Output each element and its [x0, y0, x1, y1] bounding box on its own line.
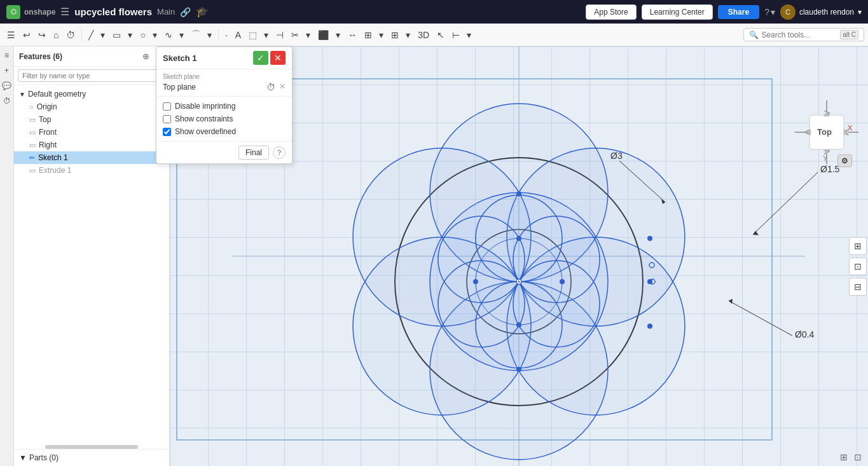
toolbar-arc[interactable]: ⌒	[188, 27, 203, 43]
tree-item-right[interactable]: ▭ Right	[14, 139, 169, 151]
toolbar-trim[interactable]: ✂	[288, 28, 302, 42]
toolbar-constraints[interactable]: ⊣	[273, 28, 287, 42]
svg-text:Ø0.4: Ø0.4	[795, 329, 815, 339]
sketch-plane-clear-icon[interactable]: ✕	[279, 82, 286, 92]
toolbar-snap[interactable]: ⊞	[388, 28, 402, 42]
toolbar-measure-group[interactable]: ⊢ ▾	[449, 28, 474, 42]
front-plane-icon: ▭	[29, 128, 36, 137]
top-label: Top	[39, 115, 51, 124]
app-store-button[interactable]: App Store	[586, 4, 636, 20]
toolbar-measure[interactable]: ⊢	[449, 28, 463, 42]
view-cube-settings[interactable]: ⚙	[837, 154, 852, 167]
share-button[interactable]: Share	[718, 5, 759, 19]
toolbar-pattern-dropdown[interactable]: ▾	[376, 28, 387, 42]
toolbar-line[interactable]: ╱	[85, 28, 97, 42]
learning-center-button[interactable]: Learning Center	[642, 4, 713, 20]
rp-icon-3[interactable]: ⊟	[849, 278, 867, 296]
show-overdefined-option[interactable]: Show overdefined	[163, 127, 286, 136]
show-overdefined-checkbox[interactable]	[163, 128, 171, 136]
show-constraints-option[interactable]: Show constraints	[163, 114, 286, 123]
help-button[interactable]: ? ▾	[764, 7, 775, 17]
disable-imprinting-checkbox[interactable]	[163, 102, 171, 111]
view-left-arrow[interactable]	[806, 129, 811, 135]
toolbar-text[interactable]: A	[232, 28, 244, 42]
default-geometry-section[interactable]: ▼ Default geometry	[14, 88, 169, 100]
toolbar-arc-dropdown[interactable]: ▾	[204, 28, 215, 42]
left-icon-comment[interactable]: 💬	[0, 79, 13, 92]
toolbar-home[interactable]: ⌂	[50, 28, 62, 42]
toolbar-redo[interactable]: ↪	[35, 28, 49, 42]
rp-icon-2[interactable]: ⊡	[849, 257, 867, 275]
view-cube[interactable]: Y X Top ⚙	[792, 97, 855, 161]
sketch-plane-section: Sketch plane Top plane ⏱ ✕	[156, 69, 292, 97]
tree-item-origin[interactable]: ○ Origin	[14, 100, 169, 113]
toolbar-undo[interactable]: ↩	[20, 28, 34, 42]
toolbar-line-dropdown[interactable]: ▾	[97, 28, 108, 42]
left-icon-features[interactable]: ≡	[3, 49, 11, 62]
tree-item-extrude1[interactable]: ▭ Extrude 1	[14, 164, 169, 177]
view-down-arrow[interactable]	[823, 149, 830, 154]
toolbar-mirror[interactable]: ⬛	[315, 28, 332, 42]
toolbar-select[interactable]: ↖	[434, 28, 448, 42]
right-panel-icons: ⊞ ⊡ ⊟	[849, 237, 867, 296]
toolbar-point[interactable]: ·	[222, 28, 231, 42]
toolbar-circle[interactable]: ○	[137, 28, 148, 42]
bottom-icon-2[interactable]: ⊡	[854, 452, 862, 462]
toolbar-rect-dropdown[interactable]: ▾	[125, 28, 135, 42]
toolbar-measure-dropdown[interactable]: ▾	[464, 28, 474, 42]
link-icon[interactable]: 🔗	[180, 7, 191, 17]
toolbar-line-group[interactable]: ╱ ▾	[85, 28, 108, 42]
toolbar-pattern[interactable]: ⊞	[361, 28, 375, 42]
disable-imprinting-option[interactable]: Disable imprinting	[163, 102, 286, 111]
filter-input[interactable]	[18, 69, 165, 82]
toolbar-mirror-group[interactable]: ⬛ ▾	[315, 28, 343, 42]
sketch-help-button[interactable]: ?	[273, 146, 286, 159]
toolbar-trim-group[interactable]: ✂ ▾	[288, 28, 313, 42]
view-up-arrow[interactable]	[823, 111, 830, 116]
toolbar-rect-group[interactable]: ▭ ▾	[109, 28, 135, 42]
toolbar-transform[interactable]: ⬚	[245, 28, 260, 42]
user-menu[interactable]: C claudeth rendon ▾	[780, 4, 862, 20]
parts-title[interactable]: ▼ Parts (0)	[19, 453, 164, 462]
tree-item-sketch1[interactable]: ✏ Sketch 1	[14, 151, 169, 164]
tree-item-top[interactable]: ▭ Top	[14, 113, 169, 126]
left-icon-add[interactable]: +	[3, 64, 11, 77]
toolbar-circle-dropdown[interactable]: ▾	[149, 28, 160, 42]
toolbar-3d[interactable]: 3D	[415, 28, 432, 42]
left-icon-history[interactable]: ⏱	[1, 95, 13, 107]
toolbar-dimension[interactable]: ↔	[345, 28, 360, 42]
toolbar-spline-group[interactable]: ∿ ▾	[162, 28, 187, 42]
toolbar-search[interactable]: 🔍 alt C	[743, 28, 864, 41]
toolbar-snap-dropdown[interactable]: ▾	[403, 28, 413, 42]
toolbar-transform-group[interactable]: ⬚ ▾	[245, 28, 272, 42]
toolbar-spline-dropdown[interactable]: ▾	[176, 28, 187, 42]
tree-item-front[interactable]: ▭ Front	[14, 126, 169, 139]
parts-section: ▼ Parts (0)	[14, 449, 169, 466]
rp-icon-1[interactable]: ⊞	[849, 237, 867, 255]
sketch-confirm-button[interactable]: ✓	[253, 51, 268, 65]
svg-text:X: X	[848, 124, 853, 132]
hamburger-menu[interactable]: ☰	[60, 6, 69, 18]
toolbar-snap-group[interactable]: ⊞ ▾	[388, 28, 413, 42]
toolbar-pattern-group[interactable]: ⊞ ▾	[361, 28, 387, 42]
sketch-close-button[interactable]: ✕	[270, 51, 286, 65]
toolbar-spline[interactable]: ∿	[162, 28, 176, 42]
toolbar-arc-group[interactable]: ⌒ ▾	[188, 27, 215, 43]
sketch-final-button[interactable]: Final	[238, 146, 269, 160]
sidebar-add-icon[interactable]: ⊕	[141, 50, 151, 62]
toolbar-menu-btn[interactable]: ☰	[4, 28, 18, 42]
svg-point-29	[647, 324, 652, 329]
show-constraints-checkbox[interactable]	[163, 115, 171, 123]
toolbar-circle-group[interactable]: ○ ▾	[137, 28, 160, 42]
learning-icon[interactable]: 🎓	[196, 6, 209, 18]
toolbar-history[interactable]: ⏱	[63, 28, 78, 42]
toolbar-mirror-dropdown[interactable]: ▾	[333, 28, 343, 42]
toolbar-transform-dropdown[interactable]: ▾	[261, 28, 272, 42]
bottom-icon-1[interactable]: ⊞	[840, 452, 848, 462]
toolbar-rectangle[interactable]: ▭	[109, 28, 124, 42]
toolbar-trim-dropdown[interactable]: ▾	[303, 28, 313, 42]
sketch-plane-clock-icon[interactable]: ⏱	[266, 82, 275, 92]
toolbar: ☰ ↩ ↪ ⌂ ⏱ ╱ ▾ ▭ ▾ ○ ▾ ∿ ▾ ⌒ ▾ · A ⬚ ▾ ⊣ …	[0, 24, 868, 46]
search-input[interactable]	[761, 31, 837, 39]
help-dropdown-icon: ▾	[771, 7, 775, 17]
